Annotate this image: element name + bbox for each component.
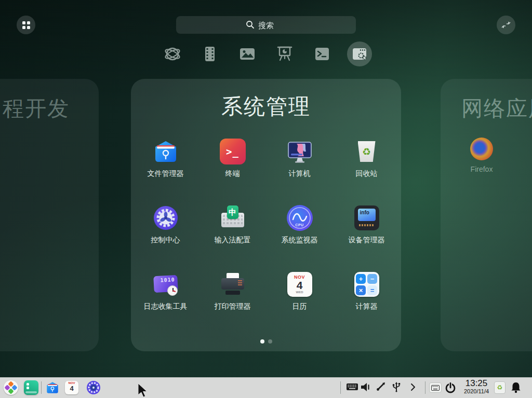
control-center-dock-icon [86, 380, 101, 395]
usb-icon [390, 381, 403, 393]
app-terminal[interactable]: >_ 终端 [199, 129, 266, 195]
app-calculator[interactable]: + − × = 计算器 [333, 262, 400, 328]
app-label: 计算机 [289, 169, 311, 179]
grid-icon [22, 21, 30, 29]
app-log-collector[interactable]: 1010 日志收集工具 [132, 262, 199, 328]
category-tab-system[interactable] [341, 42, 378, 66]
search-input[interactable] [176, 16, 356, 34]
dock-separator [41, 381, 42, 394]
volume-icon [360, 381, 372, 393]
airplane-pen-icon [375, 381, 387, 393]
app-label: 控制中心 [151, 236, 180, 245]
app-print-manager[interactable]: 打印管理器 [199, 262, 266, 328]
page-indicator [131, 339, 401, 344]
video-category-icon [201, 45, 219, 63]
dock-calendar[interactable]: NOV 4 [65, 381, 78, 394]
clock-time: 13:25 [460, 378, 493, 388]
app-input-method[interactable]: 中 输入法配置 [199, 195, 266, 262]
device-manager-icon: info [354, 205, 379, 230]
file-manager-icon [152, 138, 179, 165]
system-category-icon [350, 45, 369, 63]
app-grid: 文件管理器 >_ 终端 [132, 129, 400, 328]
tray-separator-2 [425, 381, 425, 394]
bell-icon [510, 381, 522, 394]
terminal-icon: >_ [220, 139, 246, 164]
input-method-icon: 中 [219, 204, 246, 231]
launcher-collapse-button[interactable] [497, 16, 515, 34]
tray-volume[interactable] [360, 381, 372, 395]
category-tab-development[interactable] [303, 42, 341, 66]
category-panel-network[interactable]: 网络应用 Firefox [441, 79, 532, 351]
tray-expand[interactable] [407, 381, 419, 395]
app-label: 系统监视器 [282, 236, 318, 245]
trash-mini-icon: ♻ [497, 385, 503, 391]
app-firefox[interactable]: Firefox [455, 138, 509, 173]
launcher-dock-icon [4, 380, 18, 395]
internet-category-icon [163, 45, 182, 63]
page-dot-2[interactable] [268, 339, 272, 344]
app-recycle-bin[interactable]: ♻ 回收站 [333, 129, 400, 195]
virtual-keyboard-icon [431, 385, 440, 391]
system-monitor-icon: CPU [287, 205, 313, 231]
app-label: 打印管理器 [215, 302, 251, 311]
recycle-bin-icon: ♻ [353, 138, 380, 165]
tray-shutdown[interactable] [444, 381, 457, 396]
collapse-arrows-icon [501, 20, 511, 30]
tray-notifications[interactable] [510, 381, 522, 396]
log-collector-icon: 1010 [152, 271, 179, 298]
tray-virtual-keyboard[interactable] [429, 382, 442, 393]
page-dot-1[interactable] [260, 339, 264, 344]
search-box[interactable] [176, 16, 356, 34]
calculator-icon: + − × = [354, 272, 379, 297]
app-label: 回收站 [356, 169, 378, 179]
app-label: 设备管理器 [349, 236, 385, 245]
category-tab-office[interactable] [266, 42, 303, 66]
tray-usb[interactable] [390, 381, 403, 395]
app-device-manager[interactable]: info 设备管理器 [333, 195, 400, 262]
tray-airplane-mode[interactable] [375, 381, 387, 395]
tray-separator [340, 381, 341, 394]
dock-file-manager[interactable] [45, 380, 60, 397]
app-label: 终端 [225, 169, 240, 179]
category-tab-video[interactable] [191, 42, 229, 66]
mouse-cursor [138, 383, 148, 397]
calendar-dock-icon: NOV 4 [65, 381, 78, 394]
app-label: 输入法配置 [215, 236, 251, 245]
clock-date: 2020/11/4 [460, 388, 493, 394]
category-panel-development[interactable]: 程开发 [0, 79, 99, 351]
control-center-icon [152, 204, 179, 231]
panel-title: 程开发 [3, 94, 70, 123]
tray-keyboard-layout[interactable] [346, 382, 358, 393]
tray-trash[interactable]: ♻ [494, 381, 506, 394]
app-label: 文件管理器 [148, 169, 184, 179]
print-manager-icon [219, 271, 246, 298]
category-tabs [0, 42, 532, 66]
calendar-icon: NOV 4 WED [287, 272, 312, 297]
multitasking-view-icon [24, 380, 38, 395]
chevron-right-icon [407, 381, 419, 393]
app-file-manager[interactable]: 文件管理器 [132, 129, 199, 195]
category-tab-graphics[interactable] [229, 42, 266, 66]
keyboard-icon [346, 382, 358, 391]
app-system-monitor[interactable]: CPU 系统监视器 [266, 195, 333, 262]
panel-title: 网络应用 [461, 94, 532, 123]
app-label: 计算器 [356, 302, 378, 311]
launcher-mode-button[interactable] [17, 16, 35, 34]
development-category-icon [313, 45, 331, 63]
app-label: 日志收集工具 [144, 302, 188, 311]
office-category-icon [275, 45, 294, 63]
panel-title: 系统管理 [131, 92, 401, 121]
tray-clock[interactable]: 13:25 2020/11/4 [460, 378, 493, 394]
graphics-category-icon [238, 45, 257, 63]
dock-multitasking-button[interactable] [24, 380, 38, 395]
category-panel-system: 系统管理 文件管理器 [131, 79, 401, 351]
app-calendar[interactable]: NOV 4 WED 日历 [266, 262, 333, 328]
dock-control-center[interactable] [86, 380, 101, 397]
file-manager-dock-icon [45, 380, 60, 395]
category-tab-internet[interactable] [154, 42, 191, 66]
dock-launcher-button[interactable] [4, 380, 18, 395]
app-label: Firefox [471, 165, 493, 173]
app-control-center[interactable]: 控制中心 [132, 195, 199, 262]
app-computer[interactable]: 计算机 [266, 129, 333, 195]
power-icon [444, 381, 457, 394]
